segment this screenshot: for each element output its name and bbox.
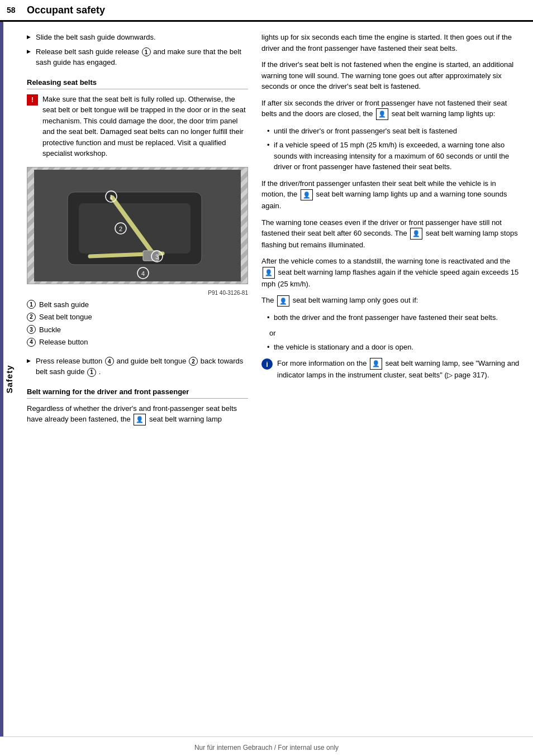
warning-text: Make sure that the seat belt is fully ro… [42,94,248,159]
press-instruction-list: Press release button 4 and guide belt to… [27,356,248,377]
car-diagram-svg: 1 2 3 4 [34,170,241,281]
num-item-4: 4 Release button [27,337,248,348]
label-3: Buckle [39,324,61,336]
num-1: 1 [27,300,36,309]
car-image-area: 1 2 3 4 [27,167,248,284]
dot-item-2: if a vehicle speed of 15 mph (25 km/h) i… [266,140,522,173]
image-background: 1 2 3 4 [27,168,248,284]
dot-stationary: the vehicle is stationary and a door is … [266,342,522,353]
dot-item-1: until the driver's or front passenger's … [266,126,522,137]
num-2: 2 [27,313,36,322]
ref-1b: 1 [87,368,96,377]
lamp-icon-3: 👤 [301,189,313,201]
right-para2: If the driver's seat belt is not fastene… [261,59,522,92]
bullet-release: Release belt sash guide release 1 and ma… [27,46,248,68]
ref-1: 1 [142,47,151,56]
lamp-icon-2: 👤 [376,108,388,120]
warning-icon: ! [27,94,38,106]
footer: Nur für internen Gebrauch / For internal… [0,736,533,756]
dot-both-fastened: both the driver and the front passenger … [266,312,522,323]
safety-label: Safety [4,365,14,393]
right-para5: The warning tone ceases even if the driv… [261,217,522,251]
svg-text:1: 1 [110,194,113,200]
right-para1: lights up for six seconds each time the … [261,32,522,54]
info-text: For more information on the 👤 seat belt … [277,358,522,380]
main-content: Safety Slide the belt sash guide downwar… [0,22,533,736]
left-column: Slide the belt sash guide downwards. Rel… [21,22,256,736]
intro-bullets: Slide the belt sash guide downwards. Rel… [27,32,248,68]
bullet-slide: Slide the belt sash guide downwards. [27,32,248,43]
num-item-1: 1 Belt sash guide [27,299,248,310]
num-item-3: 3 Buckle [27,324,248,336]
releasing-section-title: Releasing seat belts [27,78,248,89]
info-icon: i [261,358,273,370]
label-4: Release button [39,337,88,348]
belt-warning-title: Belt warning for the driver and front pa… [27,387,248,399]
right-para6: After the vehicle comes to a standstill,… [261,256,522,289]
dot-list-2: both the driver and the front passenger … [266,312,522,323]
lamp-icon-4: 👤 [410,228,422,240]
svg-text:4: 4 [141,270,145,277]
sidebar-bar [0,22,3,736]
right-para3: If after six seconds the driver or front… [261,98,522,120]
press-instruction: Press release button 4 and guide belt to… [27,356,248,377]
page-number: 58 [0,3,27,17]
warning-box: ! Make sure that the seat belt is fully … [27,94,248,159]
label-1: Belt sash guide [39,299,89,310]
svg-text:2: 2 [119,226,122,232]
sidebar: Safety [0,22,21,736]
ref-2: 2 [189,357,198,366]
right-para4: If the driver/front passenger unfasten t… [261,178,522,212]
lamp-icon-6: 👤 [277,295,289,307]
lamp-icon-1: 👤 [134,414,146,425]
num-4: 4 [27,338,36,347]
svg-text:3: 3 [155,253,159,260]
right-para7: The 👤 seat belt warning lamp only goes o… [261,295,522,307]
info-box: i For more information on the 👤 seat bel… [261,358,522,380]
right-column: lights up for six seconds each time the … [256,22,533,736]
lamp-icon-5: 👤 [263,267,275,279]
dot-list-3: the vehicle is stationary and a door is … [266,342,522,353]
ref-4: 4 [105,357,114,366]
header-title: Occupant safety [27,4,105,16]
num-item-2: 2 Seat belt tongue [27,312,248,323]
belt-warning-intro: Regardless of whether the driver's and f… [27,403,248,425]
or-text: or [269,329,522,337]
page-container: 58 Occupant safety Safety Slide the belt… [0,0,533,756]
label-2: Seat belt tongue [39,312,92,323]
footer-text: Nur für internen Gebrauch / For internal… [194,744,339,752]
num-3: 3 [27,325,36,334]
image-caption: P91 40-3126-81 [27,290,248,296]
header: 58 Occupant safety [0,0,533,22]
lamp-icon-7: 👤 [370,358,382,370]
dot-list-1: until the driver's or front passenger's … [266,126,522,173]
numbered-items-list: 1 Belt sash guide 2 Seat belt tongue 3 B… [27,299,248,348]
